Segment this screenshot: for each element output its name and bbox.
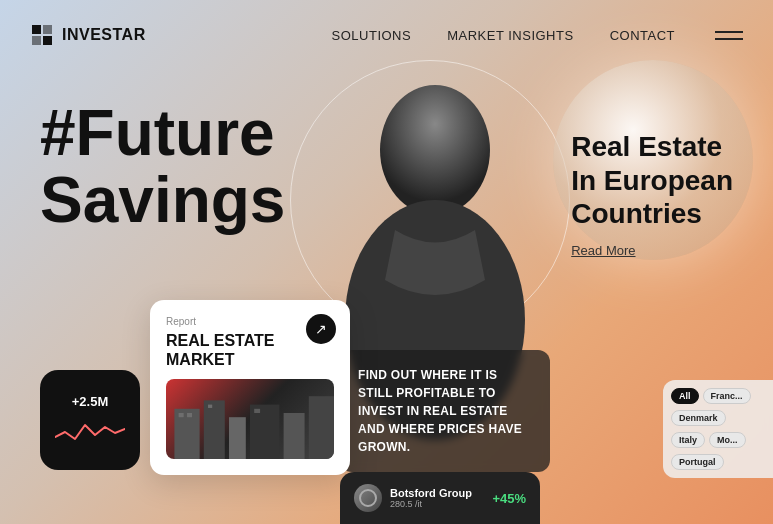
tag-denmark[interactable]: Denmark [671,410,726,426]
svg-rect-1 [43,25,52,34]
logo[interactable]: INVESTAR [30,23,146,47]
hamburger-menu[interactable] [715,31,743,40]
hero-heading: #Future Savings [40,100,285,234]
svg-rect-8 [204,401,225,460]
tag-row-3: Italy Mo... [671,432,765,448]
stats-value: +2.5M [72,394,109,409]
tag-row-4: Portugal [671,454,765,470]
botsford-price: 280.5 /it [390,499,492,509]
botsford-name: Botsford Group [390,487,492,499]
nav-market-insights[interactable]: MARKET INSIGHTS [447,28,573,43]
svg-rect-11 [284,413,305,459]
stats-card: +2.5M [40,370,140,470]
svg-rect-14 [187,413,192,417]
tag-all[interactable]: All [671,388,699,404]
report-arrow-button[interactable]: ↗ [306,314,336,344]
tag-mo[interactable]: Mo... [709,432,746,448]
real-estate-heading: Real Estate In European Countries [571,130,733,231]
tag-row-1: All Franc... [671,388,765,404]
svg-rect-9 [229,417,246,459]
real-estate-block: Real Estate In European Countries Read M… [571,130,733,258]
nav-solutions[interactable]: SOLUTIONS [332,28,412,43]
read-more-link[interactable]: Read More [571,243,733,258]
hamburger-line-2 [715,38,743,40]
svg-rect-3 [43,36,52,45]
botsford-card: Botsford Group 280.5 /it +45% [340,472,540,524]
hero-line1: #Future [40,97,275,169]
nav-links: SOLUTIONS MARKET INSIGHTS CONTACT [332,28,675,43]
tag-row-2: Denmark [671,410,765,426]
svg-point-4 [380,85,490,215]
logo-icon [30,23,54,47]
hero-title: #Future Savings [40,100,285,234]
tag-portugal[interactable]: Portugal [671,454,724,470]
find-out-text: FIND OUT WHERE IT IS STILL PROFITABLE TO… [358,366,532,456]
hamburger-line-1 [715,31,743,33]
logo-text: INVESTAR [62,26,146,44]
svg-rect-13 [179,413,184,417]
hero-line2: Savings [40,164,285,236]
report-card: Report REAL ESTATE MARKET ↗ [150,300,350,475]
navbar: INVESTAR SOLUTIONS MARKET INSIGHTS CONTA… [0,0,773,70]
botsford-percent: +45% [492,491,526,506]
building-silhouette [166,392,334,459]
svg-rect-16 [254,409,260,413]
country-tags-panel: All Franc... Denmark Italy Mo... Portuga… [663,380,773,478]
svg-rect-15 [208,405,212,408]
svg-rect-2 [32,36,41,45]
wave-chart [55,417,125,447]
botsford-info: Botsford Group 280.5 /it [390,487,492,509]
tag-france[interactable]: Franc... [703,388,751,404]
svg-rect-12 [309,396,334,459]
botsford-logo [354,484,382,512]
report-image [166,379,334,459]
botsford-logo-inner [359,489,377,507]
find-out-card: FIND OUT WHERE IT IS STILL PROFITABLE TO… [340,350,550,472]
tag-italy[interactable]: Italy [671,432,705,448]
nav-contact[interactable]: CONTACT [610,28,675,43]
svg-rect-0 [32,25,41,34]
